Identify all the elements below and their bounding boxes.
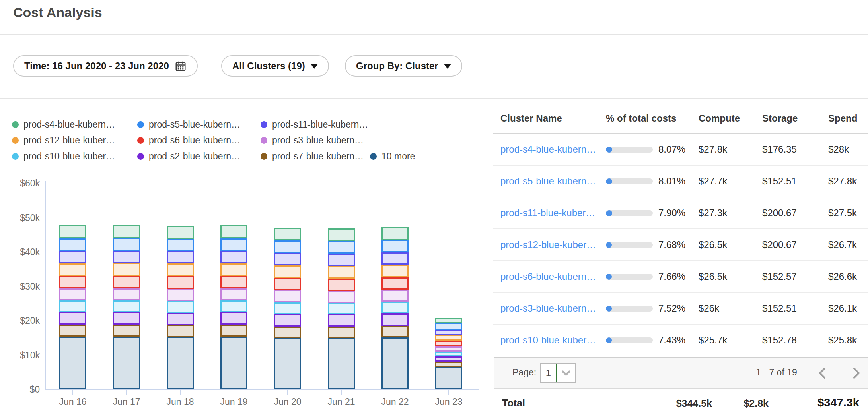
percent-value: 7.43%	[658, 335, 685, 346]
storage-value: $176.35	[762, 144, 828, 155]
spend-value: $26.6k	[828, 271, 868, 282]
chevron-down-icon	[557, 370, 575, 376]
percent-value: 8.07%	[658, 144, 685, 155]
spend-value: $26.1k	[828, 303, 868, 314]
bar-segment	[274, 314, 301, 327]
percent-progress-bar	[606, 306, 653, 312]
page-select-value: 1	[541, 368, 556, 379]
percent-progress-bar	[606, 210, 653, 216]
compute-value: $27.3k	[699, 207, 762, 219]
bar-segment	[113, 337, 140, 389]
bar-segment	[167, 276, 194, 288]
bar-segment	[328, 338, 355, 389]
percent-progress-bar	[606, 242, 653, 248]
bar-segment	[274, 240, 301, 253]
compute-value: $27.8k	[699, 144, 762, 155]
bar-segment	[381, 302, 409, 313]
bar-segment	[59, 288, 86, 300]
storage-value: $152.51	[762, 303, 828, 314]
bar-segment	[381, 252, 409, 265]
cluster-cost-table: Cluster Name% of total costsComputeStora…	[493, 103, 868, 356]
bar-segment	[59, 325, 86, 336]
bar-segment	[274, 253, 301, 265]
total-spend: $347.3k	[817, 396, 859, 409]
total-row: Total $344.5k $2.8k $347.3k	[0, 389, 868, 418]
cluster-name-link[interactable]: prod-s3-blue-kubern…	[500, 303, 606, 314]
percent-progress-fill	[606, 242, 612, 248]
bar-segment	[167, 325, 194, 337]
total-storage: $2.8k	[743, 398, 769, 409]
bar-segment	[59, 263, 86, 276]
bar-segment	[381, 277, 409, 290]
cluster-name-link[interactable]: prod-s12-blue-kuber…	[500, 239, 606, 250]
bar-segment	[381, 240, 409, 252]
bar-segment	[328, 266, 355, 278]
bar-segment	[381, 314, 409, 326]
cluster-name-link[interactable]: prod-s10-blue-kuber…	[500, 335, 606, 346]
percent-value: 7.90%	[658, 207, 685, 219]
bar-segment	[220, 325, 247, 336]
previous-page-button[interactable]	[817, 366, 827, 381]
bar-segment	[381, 265, 409, 277]
bar-segment	[113, 300, 140, 312]
bar-segment	[167, 337, 194, 389]
percent-value: 8.01%	[658, 176, 685, 187]
bar-segment	[328, 327, 355, 338]
table-row: prod-s11-blue-kuber…7.90%$27.3k$200.67$2…	[493, 197, 868, 229]
page-label: Page:	[512, 367, 536, 378]
bar-segment	[113, 325, 140, 336]
compute-value: $27.7k	[699, 176, 762, 187]
bar-segment	[113, 276, 140, 288]
bar-segment	[274, 278, 301, 290]
bar-segment	[59, 251, 86, 263]
bar-segment	[59, 300, 86, 312]
percent-progress-fill	[606, 306, 612, 312]
bar-segment	[220, 225, 247, 238]
percent-progress-bar	[606, 337, 653, 343]
cluster-name-link[interactable]: prod-s11-blue-kuber…	[500, 207, 606, 219]
bar-segment	[167, 239, 194, 251]
spend-value: $25.8k	[828, 335, 868, 346]
table-row: prod-s6-blue-kubern…7.66%$26.5k$152.57$2…	[493, 261, 868, 293]
bar-segment	[220, 251, 247, 263]
bar-segment	[113, 238, 140, 251]
bar-segment	[435, 367, 462, 389]
bar-segment	[274, 302, 301, 314]
bar-segment	[220, 288, 247, 300]
bar-segment	[59, 238, 86, 251]
page-select[interactable]: 1	[540, 363, 576, 383]
next-page-button[interactable]	[851, 366, 862, 381]
cluster-name-link[interactable]: prod-s5-blue-kubern…	[500, 176, 606, 187]
percent-value: 7.66%	[658, 271, 685, 282]
table-header-cell: % of total costs	[606, 113, 699, 124]
bar-segment	[113, 251, 140, 263]
y-axis-tick-label: $50k	[7, 212, 40, 224]
table-header-cell: Cluster Name	[500, 113, 606, 124]
bar-segment	[435, 318, 462, 323]
bar-segment	[435, 352, 462, 356]
percent-progress-bar	[606, 274, 653, 280]
bar-segment	[435, 356, 462, 362]
cluster-name-link[interactable]: prod-s6-blue-kubern…	[500, 271, 606, 282]
total-compute: $344.5k	[676, 398, 712, 409]
bar-segment	[167, 313, 194, 325]
cluster-name-link[interactable]: prod-s4-blue-kubern…	[500, 144, 606, 155]
y-axis-tick-label: $20k	[7, 315, 40, 327]
bar-segment	[435, 323, 462, 330]
bar-segment	[220, 337, 247, 389]
storage-value: $152.57	[762, 271, 828, 282]
bar-segment	[167, 263, 194, 276]
bar-segment	[220, 312, 247, 325]
storage-value: $152.51	[762, 176, 828, 187]
storage-value: $152.78	[762, 335, 828, 346]
table-header-cell: Compute	[699, 113, 762, 124]
bar-segment	[328, 314, 355, 326]
spend-value: $28k	[828, 144, 868, 155]
percent-progress-fill	[606, 337, 612, 343]
bar-segment	[435, 335, 462, 341]
bar-segment	[167, 301, 194, 313]
y-axis-tick-label: $40k	[7, 246, 40, 258]
bar-segment	[274, 327, 301, 338]
percent-progress-fill	[606, 274, 612, 280]
percent-value: 7.52%	[658, 303, 685, 314]
